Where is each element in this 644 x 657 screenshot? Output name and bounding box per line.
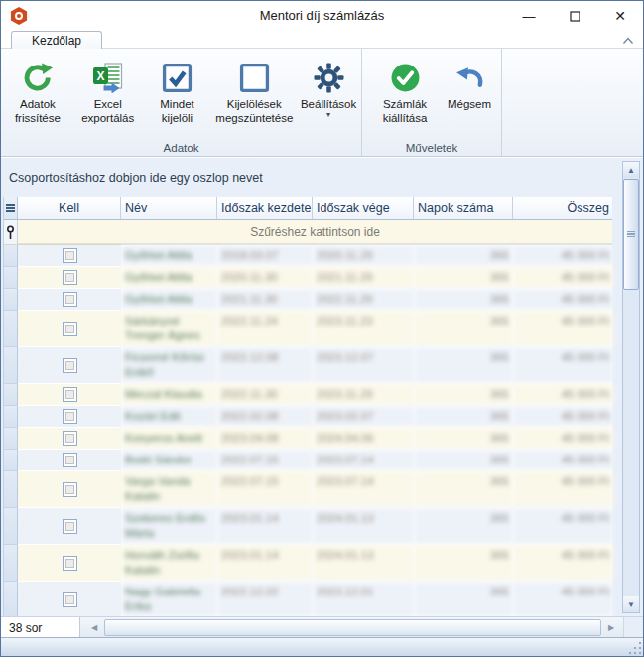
- vertical-scrollbar[interactable]: ▲ ▼: [622, 161, 640, 613]
- cell-name: Horváth Zsófia Katalin: [121, 545, 217, 582]
- cell-name: Meczal Klaudia: [121, 384, 217, 406]
- row-checkbox[interactable]: [63, 409, 77, 424]
- cell-amount: 45 000 Ft: [513, 471, 613, 508]
- minimize-icon: —: [523, 9, 536, 24]
- issue-invoices-button[interactable]: Számlák kiállítása: [368, 53, 442, 140]
- cell-amount: 45 000 Ft: [513, 450, 613, 471]
- cell-period-start: 2022.02.08: [217, 406, 313, 428]
- filter-row-indicator: [4, 220, 18, 244]
- clear-selection-button[interactable]: Kijelölések megszüntetése: [210, 53, 298, 140]
- cell-period-start: 2023.04.08: [217, 428, 313, 450]
- cell-period-end: 2024.01.13: [313, 508, 414, 545]
- vertical-scrollbar-thumb[interactable]: [623, 179, 639, 290]
- cell-kell: [18, 428, 121, 450]
- menu-icon: [6, 204, 15, 212]
- row-checkbox[interactable]: [63, 431, 77, 446]
- cell-period-start: 2022.12.08: [217, 347, 313, 384]
- table-row[interactable]: Konyeros Anett2023.04.082024.04.0636545 …: [4, 428, 613, 450]
- checkbox-checked-icon: [162, 60, 193, 95]
- column-header-nev[interactable]: Név: [121, 197, 217, 219]
- minimize-button[interactable]: —: [506, 1, 552, 31]
- cell-name: Sárkányné Trenger Ágnes: [121, 311, 217, 347]
- maximize-button[interactable]: [552, 1, 597, 31]
- table-row[interactable]: Nagy Gabriella Erika2022.12.022023.12.01…: [4, 582, 613, 618]
- group-by-drop-area[interactable]: Csoportosításhoz dobjon ide egy oszlop n…: [1, 158, 643, 197]
- cell-period-end: 2023.12.07: [313, 347, 414, 384]
- row-checkbox[interactable]: [63, 248, 77, 263]
- cell-amount: 45 000 Ft: [513, 406, 613, 428]
- ribbon-group-label: Műveletek: [362, 142, 501, 154]
- cell-kell: [18, 245, 121, 267]
- scroll-down-button[interactable]: ▼: [623, 596, 639, 612]
- table-row[interactable]: Ficsorné Kőrösi Enikő2022.12.082023.12.0…: [4, 347, 613, 384]
- row-checkbox[interactable]: [63, 453, 77, 467]
- row-checkbox[interactable]: [63, 556, 77, 571]
- select-all-button[interactable]: Mindet kijelöli: [144, 53, 211, 140]
- cell-kell: [18, 406, 121, 428]
- ribbon-group-muveletek: Számlák kiállítása Mégsem Műveletek: [362, 49, 502, 156]
- table-row[interactable]: Meczal Klaudia2022.11.302023.11.2936545 …: [4, 384, 613, 406]
- table-row[interactable]: Bodó Sándor2022.07.152023.07.1436545 000…: [4, 450, 613, 471]
- refresh-data-button[interactable]: Adatok frissítése: [3, 53, 72, 140]
- column-header-kell[interactable]: Kell: [18, 197, 121, 219]
- cell-days: 365: [414, 545, 513, 582]
- column-header-napok-szama[interactable]: Napok száma: [414, 197, 513, 219]
- scroll-up-button[interactable]: ▲: [623, 162, 639, 178]
- cell-name: Nagy Gabriella Erika: [121, 582, 217, 618]
- row-checkbox[interactable]: [63, 292, 77, 307]
- collapse-ribbon-button[interactable]: [621, 36, 635, 46]
- cell-name: Szekeres Erdős Márta: [121, 508, 217, 545]
- row-indicator: [4, 582, 18, 618]
- row-checkbox[interactable]: [63, 270, 77, 285]
- cell-name: Győrkei Attila: [121, 267, 217, 289]
- svg-text:X: X: [97, 69, 105, 83]
- data-grid: Kell Név Időszak kezdete Időszak vége Na…: [3, 197, 612, 618]
- table-row[interactable]: Sárkányné Trenger Ágnes2022.11.242023.11…: [4, 311, 613, 347]
- table-row[interactable]: Varga Vanda Katalin2022.07.152023.07.143…: [4, 471, 613, 508]
- row-checkbox[interactable]: [63, 592, 77, 607]
- cell-name: Ficsorné Kőrösi Enikő: [121, 347, 217, 384]
- cancel-button[interactable]: Mégsem: [442, 53, 497, 140]
- row-checkbox[interactable]: [63, 358, 77, 373]
- cell-name: Konyeros Anett: [121, 428, 217, 450]
- table-row[interactable]: Győrkei Attila2018.03.072020.11.2936545 …: [4, 245, 613, 267]
- cell-period-end: 2023.12.01: [313, 582, 414, 618]
- arrow-down-icon: ▼: [627, 600, 635, 609]
- cell-amount: 45 000 Ft: [513, 428, 613, 450]
- scrollbar-corner: [623, 617, 643, 638]
- horizontal-scrollbar[interactable]: ◀ ▶: [80, 617, 643, 638]
- row-checkbox[interactable]: [63, 519, 77, 534]
- column-header-idoszak-kezdete[interactable]: Időszak kezdete: [217, 197, 313, 219]
- cell-period-start: 2021.11.30: [217, 289, 313, 311]
- cell-amount: 45 000 Ft: [513, 267, 613, 289]
- table-row[interactable]: Szekeres Erdős Márta2023.01.142024.01.13…: [4, 508, 613, 545]
- table-row[interactable]: Győrkei Attila2021.11.302022.11.2936545 …: [4, 289, 613, 311]
- cell-period-end: 2023.11.23: [313, 311, 414, 347]
- scroll-left-button[interactable]: ◀: [86, 620, 102, 635]
- refresh-icon: [22, 60, 53, 95]
- row-checkbox[interactable]: [63, 322, 77, 336]
- cell-amount: 45 000 Ft: [513, 508, 613, 545]
- row-indicator: [4, 508, 18, 545]
- filter-hint[interactable]: Szűréshez kattintson ide: [18, 220, 612, 244]
- filter-row[interactable]: Szűréshez kattintson ide: [4, 220, 612, 245]
- table-row[interactable]: Győrkei Attila2020.11.302021.11.2936545 …: [4, 267, 613, 289]
- tab-kezdolap[interactable]: Kezdőlap: [11, 31, 102, 49]
- excel-export-button[interactable]: X Excel exportálás: [72, 53, 144, 140]
- column-header-osszeg[interactable]: Összeg: [513, 197, 613, 219]
- cell-kell: [18, 508, 121, 545]
- close-button[interactable]: ✕: [597, 1, 643, 31]
- cell-period-end: 2024.01.13: [313, 545, 414, 582]
- table-row[interactable]: Kozári Edit2022.02.082023.02.0736545 000…: [4, 406, 613, 428]
- scroll-right-button[interactable]: ▶: [603, 620, 619, 635]
- settings-button[interactable]: Beállítások ▾: [298, 53, 359, 140]
- column-header-idoszak-vege[interactable]: Időszak vége: [313, 197, 414, 219]
- horizontal-scrollbar-thumb[interactable]: [104, 619, 601, 636]
- cell-days: 365: [414, 406, 513, 428]
- row-checkbox[interactable]: [63, 387, 77, 402]
- resize-grip-icon[interactable]: [629, 642, 641, 654]
- table-row[interactable]: Horváth Zsófia Katalin2023.01.142024.01.…: [4, 545, 613, 582]
- row-checkbox[interactable]: [63, 482, 77, 497]
- row-indicator: [4, 267, 18, 289]
- cell-name: Kozári Edit: [121, 406, 217, 428]
